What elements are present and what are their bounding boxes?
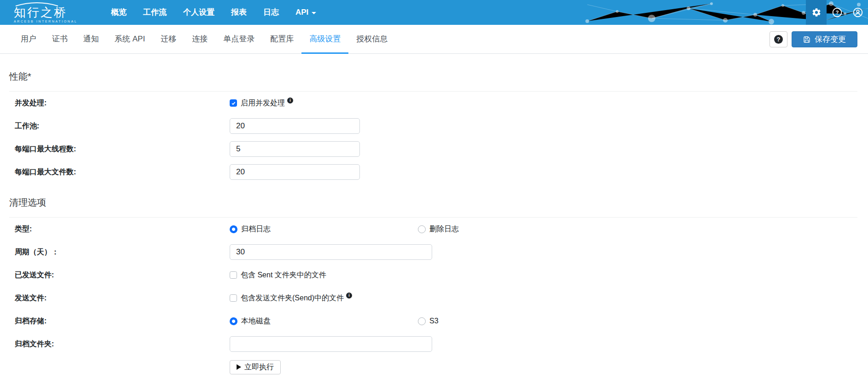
max-files-input[interactable] — [230, 164, 360, 180]
include-send-folder-checkbox[interactable]: 包含发送文件夹(Send)中的文件 — [230, 293, 344, 303]
settings-button[interactable] — [806, 0, 827, 25]
tab-license[interactable]: 授权信息 — [348, 25, 395, 54]
field-label: 并发处理: — [9, 98, 230, 108]
radio-label[interactable]: S3 — [429, 317, 439, 325]
tab-migration[interactable]: 迁移 — [153, 25, 184, 54]
archive-folder-input[interactable] — [230, 336, 432, 352]
play-triangle-icon — [237, 364, 241, 370]
top-navbar: 知行之桥 ARCESB INTERNATIONAL 概览 工作流 个人设置 报表… — [0, 0, 868, 25]
checkbox-box[interactable] — [230, 99, 237, 107]
row-cleanup-type: 类型: 归档日志 删除日志 — [9, 221, 857, 237]
help-button[interactable]: ? — [827, 0, 847, 25]
info-icon[interactable]: i — [287, 98, 293, 103]
tabbar-actions: ? 保存变更 — [770, 31, 857, 47]
row-sent-files: 已发送文件: 包含 Sent 文件夹中的文件 — [9, 267, 857, 283]
check-icon — [231, 101, 236, 106]
tab-connections[interactable]: 连接 — [184, 25, 215, 54]
checkbox-label[interactable]: 启用并发处理 — [241, 98, 285, 108]
settings-tabbar: 用户 证书 通知 系统 API 迁移 连接 单点登录 配置库 高级设置 授权信息… — [0, 25, 868, 54]
delete-logs-radio[interactable]: 删除日志 — [418, 224, 459, 234]
question-circle-filled-icon: ? — [774, 35, 783, 44]
checkbox-box[interactable] — [230, 294, 237, 302]
worker-pool-input[interactable] — [230, 118, 360, 134]
row-period-days: 周期（天）： — [9, 244, 857, 260]
navbar-right-icons: ? — [806, 0, 868, 25]
nav-item-overview[interactable]: 概览 — [103, 0, 135, 25]
tab-sso[interactable]: 单点登录 — [215, 25, 262, 54]
radio-button[interactable] — [418, 317, 426, 325]
person-circle-icon — [852, 7, 863, 18]
app-logo[interactable]: 知行之桥 ARCESB INTERNATIONAL — [14, 2, 91, 23]
enable-concurrency-checkbox[interactable]: 启用并发处理 — [230, 98, 285, 108]
row-concurrency: 并发处理: 启用并发处理 i — [9, 95, 857, 111]
gear-icon — [811, 7, 822, 17]
field-label: 每端口最大文件数: — [9, 167, 230, 177]
radio-label[interactable]: 删除日志 — [429, 224, 459, 234]
field-label: 归档文件夹: — [9, 339, 230, 349]
archive-logs-radio[interactable]: 归档日志 — [230, 224, 418, 234]
tab-config-repo[interactable]: 配置库 — [262, 25, 301, 54]
floppy-disk-icon — [803, 36, 810, 43]
row-max-threads-per-port: 每端口最大线程数: — [9, 141, 857, 157]
row-archive-folder: 归档文件夹: — [9, 336, 857, 352]
radio-label[interactable]: 本地磁盘 — [241, 316, 271, 326]
info-icon[interactable]: i — [346, 293, 352, 299]
checkbox-box[interactable] — [230, 271, 237, 279]
include-sent-folder-checkbox[interactable]: 包含 Sent 文件夹中的文件 — [230, 270, 326, 280]
period-days-input[interactable] — [230, 244, 432, 260]
tab-advanced[interactable]: 高级设置 — [301, 25, 348, 54]
nav-item-api-dropdown[interactable]: API — [287, 0, 324, 25]
tab-system-api[interactable]: 系统 API — [107, 25, 153, 54]
row-worker-pool: 工作池: — [9, 118, 857, 134]
radio-button[interactable] — [230, 225, 237, 233]
field-label: 类型: — [9, 224, 230, 234]
brand-subtitle: ARCESB INTERNATIONAL — [14, 20, 91, 23]
advanced-settings-panel: 性能* 并发处理: 启用并发处理 i 工作池: 每端口最大线程数: — [0, 70, 868, 375]
tab-users[interactable]: 用户 — [13, 25, 44, 54]
field-label: 归档存储: — [9, 316, 230, 326]
radio-button[interactable] — [230, 317, 237, 325]
nav-item-logs[interactable]: 日志 — [255, 0, 287, 25]
run-now-button[interactable]: 立即执行 — [230, 360, 281, 374]
run-now-label: 立即执行 — [244, 362, 274, 372]
nav-item-reports[interactable]: 报表 — [223, 0, 255, 25]
local-disk-radio[interactable]: 本地磁盘 — [230, 316, 418, 326]
checkbox-label[interactable]: 包含 Sent 文件夹中的文件 — [241, 270, 326, 280]
field-label: 周期（天）： — [9, 247, 230, 257]
caret-down-icon — [312, 12, 316, 14]
checkbox-label[interactable]: 包含发送文件夹(Send)中的文件 — [241, 293, 344, 303]
save-changes-label: 保存变更 — [815, 34, 846, 45]
nav-item-workflows[interactable]: 工作流 — [135, 0, 175, 25]
field-label: 发送文件: — [9, 293, 230, 303]
section-title-cleanup: 清理选项 — [9, 196, 857, 218]
row-run-now: 立即执行 — [9, 359, 857, 375]
brand-title: 知行之桥 — [14, 6, 91, 18]
save-changes-button[interactable]: 保存变更 — [792, 31, 857, 47]
page-help-button[interactable]: ? — [770, 31, 787, 47]
svg-text:?: ? — [835, 10, 839, 15]
radio-label[interactable]: 归档日志 — [241, 224, 271, 234]
row-archive-storage: 归档存储: 本地磁盘 S3 — [9, 313, 857, 329]
section-title-performance: 性能* — [9, 70, 857, 92]
field-label: 已发送文件: — [9, 270, 230, 280]
max-threads-input[interactable] — [230, 141, 360, 157]
row-send-files: 发送文件: 包含发送文件夹(Send)中的文件 i — [9, 290, 857, 306]
field-label: 每端口最大线程数: — [9, 144, 230, 154]
nav-item-profile[interactable]: 个人设置 — [175, 0, 223, 25]
tab-certificates[interactable]: 证书 — [44, 25, 75, 54]
main-nav: 概览 工作流 个人设置 报表 日志 API — [103, 0, 324, 25]
s3-radio[interactable]: S3 — [418, 317, 439, 325]
radio-button[interactable] — [418, 225, 426, 233]
account-button[interactable] — [847, 0, 868, 25]
tab-notifications[interactable]: 通知 — [75, 25, 107, 54]
question-circle-icon: ? — [832, 7, 843, 18]
field-label: 工作池: — [9, 121, 230, 131]
row-max-files-per-port: 每端口最大文件数: — [9, 164, 857, 180]
